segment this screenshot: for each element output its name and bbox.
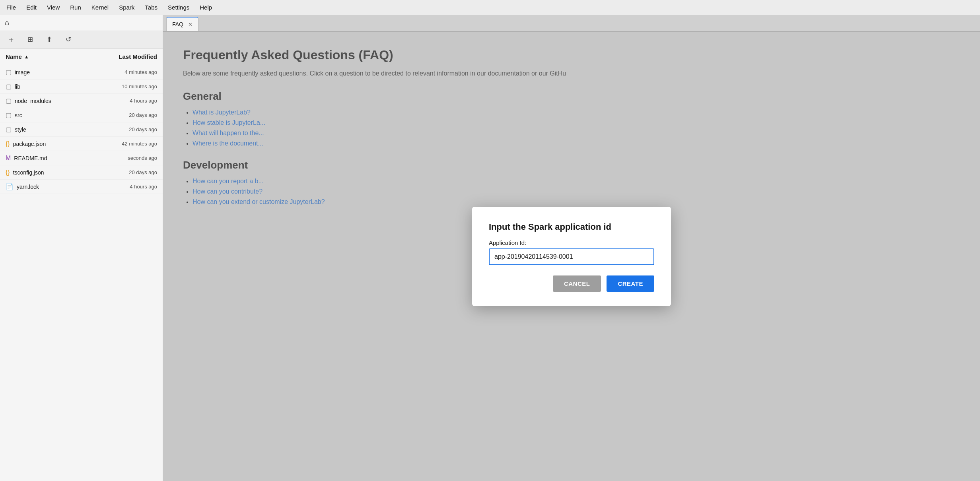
create-button[interactable]: CREATE	[607, 275, 654, 292]
file-name-label: node_modules	[15, 98, 51, 104]
menu-kernel[interactable]: Kernel	[90, 3, 110, 12]
file-modified: 10 minutes ago	[91, 83, 163, 89]
file-modified: 20 days ago	[91, 112, 163, 118]
file-name-label: src	[15, 112, 22, 118]
modal-label: Application Id:	[489, 239, 654, 246]
file-item[interactable]: 📄 yarn.lock 4 hours ago	[0, 180, 163, 194]
new-folder-icon[interactable]: ⊞	[24, 33, 37, 46]
file-modified: 4 hours ago	[91, 98, 163, 104]
menu-spark[interactable]: Spark	[117, 3, 136, 12]
content-body: Frequently Asked Questions (FAQ) Below a…	[163, 32, 980, 481]
file-modified: 42 minutes ago	[91, 141, 163, 147]
file-modified: 20 days ago	[91, 169, 163, 175]
file-item[interactable]: ▢ lib 10 minutes ago	[0, 80, 163, 94]
file-name: ▢ lib	[0, 83, 91, 90]
file-name-label: lib	[15, 83, 20, 90]
file-name: 📄 yarn.lock	[0, 183, 91, 190]
main-area: ⌂ ＋ ⊞ ⬆ ↺ Name ▲ Last Modified ▢ image 4…	[0, 15, 980, 481]
modal-overlay: Input the Spark application id Applicati…	[163, 32, 980, 481]
folder-icon: ▢	[6, 68, 12, 76]
file-name: ▢ image	[0, 68, 91, 76]
sidebar: ⌂ ＋ ⊞ ⬆ ↺ Name ▲ Last Modified ▢ image 4…	[0, 15, 163, 481]
cancel-button[interactable]: CANCEL	[553, 275, 601, 292]
file-name: M README.md	[0, 155, 91, 162]
folder-icon: ▢	[6, 111, 12, 119]
file-name-label: style	[15, 126, 26, 133]
menu-view[interactable]: View	[45, 3, 61, 12]
file-item[interactable]: ▢ image 4 minutes ago	[0, 65, 163, 80]
file-name: ▢ src	[0, 111, 91, 119]
file-name: ▢ node_modules	[0, 97, 91, 105]
faq-tab-label: FAQ	[172, 21, 183, 27]
new-file-icon[interactable]: ＋	[5, 33, 18, 46]
menubar: File Edit View Run Kernel Spark Tabs Set…	[0, 0, 980, 15]
menu-tabs[interactable]: Tabs	[143, 3, 159, 12]
file-item[interactable]: M README.md seconds ago	[0, 151, 163, 165]
file-name-label: README.md	[14, 155, 47, 161]
refresh-icon[interactable]: ↺	[62, 33, 75, 46]
file-name: {} package.json	[0, 140, 91, 147]
folder-icon: ▢	[6, 83, 12, 90]
faq-tab[interactable]: FAQ ✕	[166, 17, 198, 31]
sidebar-toolbar: ＋ ⊞ ⬆ ↺	[0, 31, 163, 48]
file-name-label: yarn.lock	[17, 184, 39, 190]
menu-help[interactable]: Help	[198, 3, 214, 12]
folder-icon: ▢	[6, 126, 12, 133]
file-item[interactable]: ▢ node_modules 4 hours ago	[0, 94, 163, 108]
modal-input-group: Application Id:	[489, 239, 654, 265]
md-icon: M	[6, 155, 11, 162]
sort-arrow-icon: ▲	[24, 54, 29, 60]
menu-edit[interactable]: Edit	[25, 3, 38, 12]
file-modified: seconds ago	[91, 155, 163, 161]
upload-icon[interactable]: ⬆	[43, 33, 56, 46]
file-name-label: tsconfig.json	[13, 169, 44, 176]
folder-icon: ▢	[6, 97, 12, 105]
name-column-header[interactable]: Name ▲	[0, 53, 91, 60]
file-modified: 20 days ago	[91, 126, 163, 132]
file-item[interactable]: ▢ style 20 days ago	[0, 122, 163, 137]
tab-close-button[interactable]: ✕	[188, 21, 192, 27]
content-area: FAQ ✕ Frequently Asked Questions (FAQ) B…	[163, 15, 980, 481]
tab-bar: FAQ ✕	[163, 15, 980, 32]
file-name: ▢ style	[0, 126, 91, 133]
json-icon: {}	[6, 169, 10, 176]
home-button[interactable]: ⌂	[0, 15, 163, 31]
json-icon: {}	[6, 140, 10, 147]
file-modified: 4 hours ago	[91, 184, 163, 190]
file-modified: 4 minutes ago	[91, 69, 163, 75]
modal-title: Input the Spark application id	[489, 222, 654, 232]
home-icon: ⌂	[5, 19, 9, 27]
file-item[interactable]: {} package.json 42 minutes ago	[0, 137, 163, 151]
file-name-label: package.json	[13, 141, 46, 147]
modal-dialog: Input the Spark application id Applicati…	[472, 207, 671, 306]
file-name: {} tsconfig.json	[0, 169, 91, 176]
menu-settings[interactable]: Settings	[166, 3, 191, 12]
file-name-label: image	[15, 69, 30, 76]
application-id-input[interactable]	[489, 248, 654, 265]
file-item[interactable]: {} tsconfig.json 20 days ago	[0, 165, 163, 180]
file-list: ▢ image 4 minutes ago ▢ lib 10 minutes a…	[0, 65, 163, 194]
modified-column-header[interactable]: Last Modified	[91, 53, 163, 60]
file-icon: 📄	[6, 183, 14, 190]
file-item[interactable]: ▢ src 20 days ago	[0, 108, 163, 122]
modal-buttons: CANCEL CREATE	[489, 275, 654, 292]
menu-file[interactable]: File	[5, 3, 18, 12]
file-list-header: Name ▲ Last Modified	[0, 48, 163, 65]
menu-run[interactable]: Run	[68, 3, 83, 12]
